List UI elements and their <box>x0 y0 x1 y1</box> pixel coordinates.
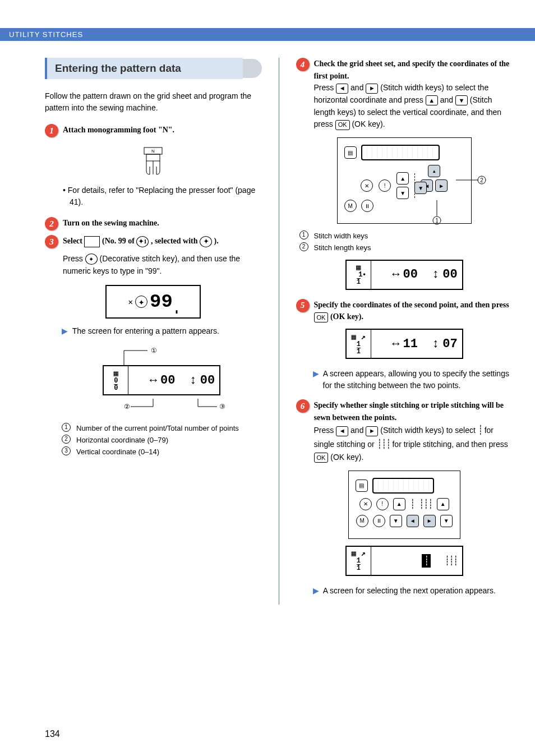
section-title-wrap: Entering the pattern data <box>45 58 262 79</box>
grid-icon: ▦ ↗ <box>352 333 366 341</box>
triple-stitch-icon: ┊┊┊ <box>377 439 390 449</box>
screen-99: ✕ ✦ 99 ▮ <box>105 285 201 319</box>
s4b: and <box>350 83 366 92</box>
lcd5-h: 11 <box>403 337 418 351</box>
lcd4-figure: ▦ •1 1 ↔00 ↕00 <box>296 260 513 290</box>
step-2: 2 Turn on the sewing machine. <box>45 217 262 231</box>
right-key-icon: ► <box>366 84 378 94</box>
ok-key-icon: OK <box>314 312 329 322</box>
step-5: 5 Specify the coordinates of the second … <box>296 299 513 323</box>
v-arrow-icon: ↕ <box>190 374 197 388</box>
grid-icon: ▦ ↗ <box>352 550 366 557</box>
ok-key-icon: OK <box>335 120 350 130</box>
lcd4-box: ▦ •1 1 ↔00 ↕00 <box>345 260 463 290</box>
s4a: Press <box>314 83 336 92</box>
lcd6-box: ▦ ↗ 1 1 ┊ ┊┊┊ <box>345 546 463 576</box>
callout-3-text: Vertical coordinate (0–14) <box>76 446 159 458</box>
panel-screen <box>361 145 440 160</box>
header-bar: UTILITY STITCHES <box>0 28 535 41</box>
panel-cancel-icon: ✕ <box>361 179 373 192</box>
step6-bold: Specify whether single stitching or trip… <box>314 401 504 422</box>
section-title: Entering the pattern data <box>45 58 243 79</box>
up-key-icon: ▲ <box>426 95 438 105</box>
panel-pause-icon: ⏸ <box>361 200 373 212</box>
step-num-4: 4 <box>296 58 310 71</box>
s6b: and <box>350 426 366 435</box>
step-6: 6 Specify whether single stitching or tr… <box>296 399 513 464</box>
result5-text: A screen appears, allowing you to specif… <box>323 369 509 390</box>
lcd6-figure: ▦ ↗ 1 1 ┊ ┊┊┊ <box>296 546 513 576</box>
svg-text:②: ② <box>124 403 130 411</box>
lcd5-v: 07 <box>442 337 457 351</box>
lcd5-box: ▦ ↗ 1 1 ↔11 ↕07 <box>345 329 463 359</box>
panel-right-icon: ► <box>423 515 436 527</box>
single-stitch-icon: ┊ <box>478 425 482 435</box>
step-4: 4 Check the grid sheet set, and specify … <box>296 58 513 131</box>
s6f: (OK key). <box>330 453 363 462</box>
step-num-6: 6 <box>296 399 310 413</box>
step-3: 3 Select (No. 99 of ✦1 , selected with ✦… <box>45 235 262 248</box>
lcd0-callouts: 1Number of the current point/Total numbe… <box>62 423 262 458</box>
svg-rect-2 <box>146 154 160 161</box>
intro-text: Follow the pattern drawn on the grid she… <box>45 90 262 114</box>
step-1: 1 Attach monogramming foot "N". <box>45 124 262 137</box>
left-column: Entering the pattern data Follow the pat… <box>45 58 262 605</box>
title-end-cap <box>243 59 262 78</box>
panel-left-icon: ◄ <box>407 515 419 527</box>
panel-down-icon: ▼ <box>396 187 409 199</box>
step-num-1: 1 <box>45 124 58 137</box>
lcd0-total: 0 <box>114 384 118 392</box>
lcd4-v: 00 <box>442 268 457 282</box>
screen-99-figure: ✕ ✦ 99 ▮ <box>45 285 262 319</box>
panel-menu-icon: ▤ <box>344 146 357 159</box>
single-stitch-icon: ┊ <box>410 499 414 509</box>
pc1t: Stitch width keys <box>314 231 368 242</box>
pc1n: 1 <box>299 231 308 239</box>
foot-figure: N <box>45 144 262 178</box>
s6a: Press <box>314 426 336 435</box>
lcd5-figure: ▦ ↗ 1 1 ↔11 ↕07 <box>296 329 513 359</box>
panel-right-icon: ► <box>435 179 448 192</box>
h-arrow-icon: ↔ <box>392 337 399 351</box>
callout-1-text: Number of the current point/Total number… <box>76 423 239 435</box>
svg-point-13 <box>478 176 486 184</box>
panel-down-icon: ▼ <box>390 515 402 527</box>
pattern-select-icon <box>84 236 100 247</box>
pc2t: Stitch length keys <box>314 242 371 254</box>
panel-screen <box>372 478 434 494</box>
screen-99-value: 99 <box>150 291 173 312</box>
step-num-5: 5 <box>296 299 310 312</box>
result3-text: The screen for entering a pattern appear… <box>72 326 219 335</box>
s4f: (OK key). <box>352 119 385 128</box>
header-title: UTILITY STITCHES <box>9 30 83 39</box>
result-5: ▶ A screen appears, allowing you to spec… <box>313 368 513 391</box>
svg-text:N: N <box>151 149 155 154</box>
lcd0-h: 00 <box>160 374 175 388</box>
step3-b: (No. 99 of <box>102 237 136 245</box>
result-3: ▶ The screen for entering a pattern appe… <box>62 325 262 337</box>
 page-number: 134 <box>45 729 60 739</box>
panel-down2-icon: ▼ <box>414 182 427 194</box>
lcd4-total: 1 <box>357 278 361 286</box>
result-arrow-icon: ▶ <box>313 586 319 595</box>
result-arrow-icon: ▶ <box>62 326 68 335</box>
column-divider <box>279 58 279 605</box>
left-key-icon: ◄ <box>336 84 348 94</box>
s5a: Specify the coordinates of the second po… <box>314 301 509 309</box>
content: Entering the pattern data Follow the pat… <box>0 41 535 605</box>
panel-up2-icon: ▲ <box>428 165 440 177</box>
result6-text: A screen for selecting the next operatio… <box>323 586 496 595</box>
panel-callouts: 1Stitch width keys 2Stitch length keys <box>299 231 513 254</box>
callout-num-3: 3 <box>62 446 71 455</box>
panel-pause-icon: ⏸ <box>373 515 385 527</box>
panel-up-icon: ▲ <box>393 498 405 510</box>
right-column: 4 Check the grid sheet set, and specify … <box>296 58 513 605</box>
result-6: ▶ A screen for selecting the next operat… <box>313 585 513 597</box>
h-arrow-icon: ↔ <box>392 268 399 282</box>
triple-stitch-icon: ┊┊┊ <box>445 555 458 566</box>
step4-bold: Check the grid sheet set, and specify th… <box>314 59 510 80</box>
s4d: and <box>440 95 455 104</box>
result-arrow-icon: ▶ <box>313 369 319 378</box>
svg-text:2: 2 <box>480 177 483 183</box>
left-key-icon: ◄ <box>336 426 348 436</box>
